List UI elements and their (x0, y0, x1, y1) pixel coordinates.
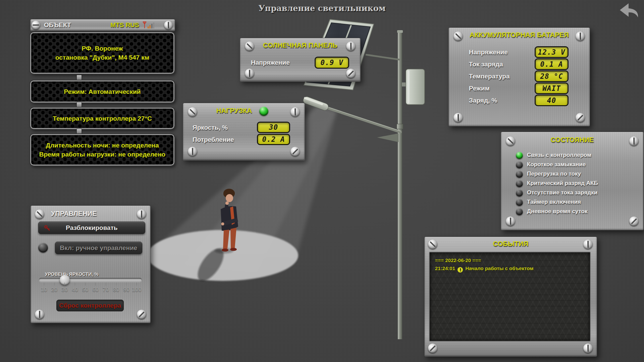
status-panel-card: СОСТОЯНИЕ Связь с контроллером Короткое … (501, 132, 644, 230)
screw-icon (245, 69, 254, 78)
screw-icon (137, 310, 146, 319)
unlock-button-label: Разблокировать (66, 224, 117, 232)
lamp-control-screen: Управление светильником ОБЪЕКТ MTS RUS Р… (0, 0, 644, 362)
status-led (516, 171, 523, 178)
lamp-head (302, 96, 329, 111)
controller-reset-button[interactable]: Сброс контроллера (56, 300, 124, 311)
battery-panel-card: АККУМУЛЯТОРНАЯ БАТАРЕЯ Напряжение 12.3 V… (448, 27, 590, 126)
object-night-box: Длительность ночи: не определена Время р… (30, 134, 174, 166)
slider-tick: 80 (111, 283, 121, 293)
status-item: Короткое замыкание (516, 160, 638, 169)
screw-icon (629, 217, 639, 226)
night-duration-text: Длительность ночи: не определена (46, 141, 159, 150)
manual-mode-button-label: Вкл: ручное управление (60, 244, 138, 252)
status-item: Таймер включения (516, 197, 638, 207)
solar-panel-title: СОЛНЕЧНАЯ ПАНЕЛЬ (240, 42, 360, 49)
consumption-label: Потребление (193, 136, 234, 143)
control-panel-card: УПРАВЛЕНИЕ Разблокировать Вкл: ручное уп… (31, 205, 151, 323)
screw-icon (506, 217, 515, 226)
controller-temperature-text: Температура контроллера 27°C (53, 114, 152, 123)
status-led (516, 152, 523, 159)
status-label: Короткое замыкание (527, 161, 586, 168)
battery-row-display: WAIT (535, 82, 569, 94)
battery-row-display: 0.1 A (535, 58, 569, 70)
signal-strength-icon (143, 21, 155, 29)
person-shadow (193, 244, 233, 285)
brightness-slider-label: УРОВЕНЬ ЯРКОСТИ, % (45, 272, 99, 277)
key-icon (44, 225, 51, 232)
screw-icon (453, 113, 463, 122)
status-item: Перегрузка по току (516, 169, 638, 179)
object-location-box: РФ. Воронеж остановка "Дубки", М4 547 км (30, 32, 174, 74)
slider-tick: 40 (70, 283, 80, 293)
screw-icon (583, 344, 593, 353)
slider-tick: 50 (80, 283, 91, 293)
events-panel-card: СОБЫТИЯ === 2022-06-20 === 21:24:01 ! На… (424, 237, 597, 357)
screw-icon (137, 209, 146, 219)
load-panel-card: НАГРУЗКА Яркость, % 30 Потребление 0.2 A (183, 103, 305, 161)
slider-tick: 100 (131, 283, 142, 293)
battery-row-label: Заряд, % (469, 97, 497, 104)
object-panel-header: ОБЪЕКТ MTS RUS (30, 19, 175, 31)
slider-tick: 60 (91, 283, 101, 293)
events-panel-title: СОБЫТИЯ (425, 240, 597, 248)
brightness-slider-track[interactable] (39, 278, 142, 282)
manual-mode-led (38, 243, 48, 252)
consumption-display: 0.2 A (257, 134, 290, 145)
battery-row-display: 28 °C (535, 70, 569, 82)
event-entry: 21:24:01 ! Начало работы с объектом (435, 264, 585, 273)
load-power-led (259, 107, 268, 116)
unlock-button[interactable]: Разблокировать (38, 222, 145, 234)
status-item: Дневное время суток (516, 207, 638, 216)
status-led (516, 189, 523, 196)
status-label: Критический разряд АКБ (527, 180, 598, 187)
back-button[interactable] (617, 2, 639, 17)
battery-panel-title: АККУМУЛЯТОРНАЯ БАТАРЕЯ (449, 31, 590, 39)
status-label: Дневное время суток (527, 208, 588, 215)
status-label: Таймер включения (527, 199, 581, 205)
object-panel-title: ОБЪЕКТ (44, 21, 71, 29)
controller-reset-label: Сброс контроллера (59, 302, 121, 309)
mode-text: Режим: Автоматический (64, 87, 141, 96)
solar-voltage-display: 0.9 V (315, 57, 349, 69)
screw-icon (346, 69, 356, 78)
status-led (516, 208, 523, 215)
battery-row-label: Напряжение (469, 49, 508, 56)
person-figure (221, 189, 238, 252)
manual-mode-button[interactable]: Вкл: ручное управление (55, 242, 142, 254)
slider-tick: 20 (49, 283, 60, 293)
brightness-label: Яркость, % (193, 124, 228, 131)
slider-tick: 70 (101, 283, 111, 293)
event-time: 21:24:01 (435, 265, 455, 271)
location-line1: РФ. Воронеж (82, 44, 123, 53)
status-item: Связь с контроллером (516, 150, 638, 160)
slider-tick: 90 (121, 283, 132, 293)
event-warning-icon: ! (458, 267, 463, 273)
slider-tick-row: 10 20 30 40 50 60 70 80 90 100 (39, 283, 142, 293)
page-title: Управление светильником (0, 3, 644, 13)
events-date-line: === 2022-06-20 === (435, 256, 585, 264)
status-item: Критический разряд АКБ (516, 179, 638, 188)
slider-tick: 10 (39, 283, 49, 293)
status-led (516, 161, 523, 168)
slider-tick: 30 (59, 283, 70, 293)
battery-row-display: 12.3 V (535, 46, 569, 58)
battery-row-display: 40 (535, 95, 569, 106)
events-log[interactable]: === 2022-06-20 === 21:24:01 ! Начало раб… (429, 252, 591, 342)
battery-row-label: Режим (469, 85, 490, 92)
battery-row-label: Ток заряда (469, 61, 503, 68)
screw-icon (576, 113, 585, 122)
screw-icon (35, 209, 44, 219)
status-label: Связь с контроллером (527, 152, 591, 159)
screw-icon (188, 147, 197, 156)
status-led (516, 199, 523, 206)
control-panel-title: УПРАВЛЕНИЕ (51, 210, 97, 218)
load-runtime-text: Время работы нагрузки: не определено (39, 150, 165, 159)
solar-voltage-label: Напряжение (251, 59, 290, 66)
lamp-pole (397, 30, 403, 339)
screw-icon (164, 21, 173, 29)
light-spot (147, 230, 298, 281)
status-panel-title: СОСТОЯНИЕ (501, 136, 643, 144)
status-led (516, 180, 523, 187)
battery-row-label: Температура (469, 73, 510, 80)
